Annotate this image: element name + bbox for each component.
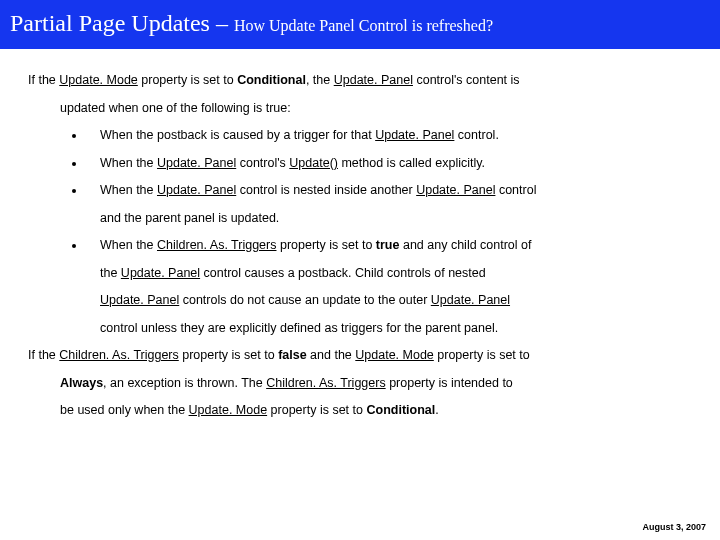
slide: Partial Page Updates – How Update Panel … — [0, 0, 720, 540]
closing-line2: Always, an exception is thrown. The Chil… — [60, 370, 692, 398]
text: property is set to — [138, 73, 237, 87]
closing-line1: If the Children. As. Triggers property i… — [28, 342, 692, 370]
text: and the — [307, 348, 356, 362]
title-main: Partial Page Updates — [10, 10, 210, 36]
text-bold: true — [376, 238, 400, 252]
text: control — [495, 183, 536, 197]
link-update-mode: Update. Mode — [59, 73, 138, 87]
link-update-panel: Update. Panel — [157, 183, 236, 197]
link-children-as-triggers: Children. As. Triggers — [157, 238, 277, 252]
link-update-panel: Update. Panel — [416, 183, 495, 197]
text: , the — [306, 73, 334, 87]
text-bold: Always — [60, 376, 103, 390]
footer-date: August 3, 2007 — [642, 522, 706, 532]
link-children-as-triggers: Children. As. Triggers — [59, 348, 179, 362]
text: When the — [100, 156, 157, 170]
text: method is called explicitly. — [338, 156, 485, 170]
text-bold: Conditional — [366, 403, 435, 417]
title-bar: Partial Page Updates – How Update Panel … — [0, 0, 720, 49]
list-item: When the Update. Panel control's Update(… — [86, 150, 692, 178]
text: property is set to — [276, 238, 375, 252]
text: controls do not cause an update to the o… — [179, 293, 431, 307]
title-sep: – — [210, 10, 234, 36]
text: When the — [100, 183, 157, 197]
text: control's content is — [413, 73, 520, 87]
text: property is set to — [267, 403, 366, 417]
list-item: When the postback is caused by a trigger… — [86, 122, 692, 150]
text: , an exception is thrown. The — [103, 376, 266, 390]
link-update-panel: Update. Panel — [431, 293, 510, 307]
text: property is set to — [434, 348, 530, 362]
link-update-method: Update() — [289, 156, 338, 170]
text: When the — [100, 238, 157, 252]
text-bold: Conditional — [237, 73, 306, 87]
intro-line2: updated when one of the following is tru… — [60, 95, 692, 123]
text: control causes a postback. Child control… — [200, 266, 486, 280]
bullet-list: When the postback is caused by a trigger… — [86, 122, 692, 342]
text: and any child control of — [399, 238, 531, 252]
slide-body: If the Update. Mode property is set to C… — [0, 49, 720, 425]
link-update-panel: Update. Panel — [157, 156, 236, 170]
link-update-panel: Update. Panel — [100, 293, 179, 307]
link-children-as-triggers: Children. As. Triggers — [266, 376, 386, 390]
link-update-mode: Update. Mode — [355, 348, 434, 362]
text: control unless they are explicitly defin… — [100, 315, 692, 343]
text: If the — [28, 348, 59, 362]
list-item: When the Children. As. Triggers property… — [86, 232, 692, 342]
title-sub: How Update Panel Control is refreshed? — [234, 17, 493, 34]
link-update-mode: Update. Mode — [189, 403, 268, 417]
closing-line3: be used only when the Update. Mode prope… — [60, 397, 692, 425]
text: control. — [454, 128, 498, 142]
text: . — [435, 403, 438, 417]
text-bold: false — [278, 348, 307, 362]
intro-line1: If the Update. Mode property is set to C… — [28, 67, 692, 95]
link-update-panel: Update. Panel — [334, 73, 413, 87]
text: be used only when the — [60, 403, 189, 417]
text: When the postback is caused by a trigger… — [100, 128, 375, 142]
text: the — [100, 266, 121, 280]
text: and the parent panel is updated. — [100, 205, 692, 233]
text: control's — [236, 156, 289, 170]
link-update-panel: Update. Panel — [375, 128, 454, 142]
link-update-panel: Update. Panel — [121, 266, 200, 280]
text: property is intended to — [386, 376, 513, 390]
text: If the — [28, 73, 59, 87]
list-item: When the Update. Panel control is nested… — [86, 177, 692, 232]
text: property is set to — [179, 348, 278, 362]
text: control is nested inside another — [236, 183, 416, 197]
